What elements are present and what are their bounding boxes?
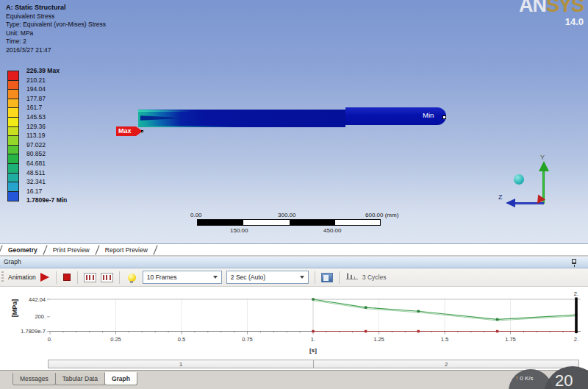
min-probe-marker	[442, 115, 446, 119]
graph-pane-header[interactable]: Graph	[0, 257, 588, 268]
update-contours-bulb-icon[interactable]	[128, 274, 136, 282]
ansys-logo: ANSYS 14.0	[519, 0, 584, 27]
ruler-label-150: 150.00	[230, 227, 248, 234]
auto-hide-pin-icon[interactable]	[572, 259, 576, 264]
y-axis-arrow-icon[interactable]	[539, 161, 549, 171]
legend-color-segment	[8, 192, 18, 201]
legend-value-label: 97.022	[26, 141, 46, 149]
max-annotation-flag: Max	[116, 126, 143, 136]
x-axis-title: [s]	[50, 347, 576, 354]
ansys-version: 14.0	[519, 17, 584, 27]
max-probe-marker	[141, 130, 143, 132]
legend-value-label: 226.39 Max	[26, 67, 60, 74]
result-unit: Unit: MPa	[6, 29, 106, 38]
ruler-segment	[243, 220, 289, 225]
result-type: Type: Equivalent (von-Mises) Stress	[6, 21, 106, 29]
tab-report-preview[interactable]: Report Preview	[98, 246, 155, 254]
model-viewport[interactable]: A: Static Structural Equivalent Stress T…	[0, 0, 588, 243]
ruler-label-300: 300.00	[278, 212, 295, 218]
legend-color-segment	[8, 71, 18, 81]
chevron-down-icon[interactable]	[213, 276, 218, 279]
ruler-label-450: 450.00	[323, 227, 341, 234]
ansys-logo-sys: SYS	[546, 0, 584, 16]
result-time: Time: 2	[6, 38, 106, 46]
legend-color-segment	[8, 118, 18, 127]
stop-animation-button[interactable]	[63, 274, 71, 281]
duration-dropdown[interactable]: 2 Sec (Auto)	[226, 271, 309, 284]
legend-color-segment	[8, 81, 18, 90]
load-step-cell[interactable]: 2	[313, 360, 579, 368]
legend-color-segment	[8, 136, 18, 146]
z-axis-label: Z	[498, 193, 503, 201]
toolbar-separator	[77, 271, 78, 284]
view-tab-bar: Geometry Print Preview Report Preview	[0, 243, 588, 256]
export-video-icon[interactable]	[321, 273, 333, 282]
legend-value-label: 48.511	[26, 169, 45, 176]
legend-value-label: 32.341	[26, 178, 46, 185]
ruler-label-600: 600.00 (mm)	[365, 212, 398, 218]
orientation-triad[interactable]: Y Z	[500, 158, 584, 217]
beam-geometry-stressed-end[interactable]	[138, 110, 345, 127]
upload-arrow-icon: ↑	[515, 375, 518, 382]
toolbar-separator	[119, 271, 120, 284]
legend-color-segment	[8, 90, 18, 99]
legend-value-label: 194.04	[26, 85, 46, 93]
toolbar-separator	[315, 271, 315, 284]
legend-value-label: 210.21	[26, 76, 46, 84]
ruler-segment	[335, 220, 380, 225]
beam-stress-streak	[138, 126, 235, 127]
legend-color-segment	[8, 108, 18, 118]
legend-value-label: 161.7	[26, 104, 42, 111]
legend-color-segment	[8, 146, 18, 155]
legend-color-segment	[8, 174, 18, 183]
duration-dropdown-value: 2 Sec (Auto)	[231, 274, 265, 281]
analysis-title: A: Static Structural	[6, 4, 106, 13]
y-axis-title: [MPa]	[11, 288, 18, 329]
legend-value-label: 1.7809e-7 Min	[26, 196, 67, 204]
legend-color-segment	[8, 182, 18, 192]
tab-tabular-data[interactable]: Tabular Data	[55, 373, 105, 385]
frames-dropdown-value: 10 Frames	[147, 274, 177, 281]
frames-dropdown[interactable]: 10 Frames	[143, 271, 222, 284]
bottom-tab-bar: Messages Tabular Data Graph	[0, 370, 588, 389]
distributed-frames-icon[interactable]	[84, 273, 96, 282]
legend-value-label: 16.17	[26, 188, 42, 195]
legend-value-label: 80.852	[26, 150, 46, 157]
toolbar-grip-handle[interactable]	[1, 271, 4, 283]
ruler-segment	[198, 220, 243, 225]
tab-graph[interactable]: Graph	[104, 372, 137, 385]
legend-color-segment	[8, 127, 18, 137]
toolbar-separator	[56, 271, 57, 284]
ansys-mechanical-window: A: Static Structural Equivalent Stress T…	[0, 0, 588, 389]
result-name: Equivalent Stress	[6, 13, 106, 21]
graph-pane-title: Graph	[4, 258, 21, 265]
tab-print-preview[interactable]: Print Preview	[46, 246, 97, 254]
isometric-view-sphere[interactable]	[514, 174, 524, 185]
overlay-count-value: 20	[555, 371, 573, 389]
cycles-label: 3 Cycles	[362, 274, 387, 281]
load-step-bar: 12	[49, 360, 581, 368]
toolbar-separator	[339, 271, 340, 284]
animation-label: Animation	[8, 274, 36, 281]
tab-messages[interactable]: Messages	[12, 373, 56, 385]
legend-value-label: 129.36	[26, 123, 46, 130]
legend-value-label: 64.681	[26, 160, 46, 167]
legend-value-label: 113.19	[26, 132, 45, 139]
result-info-block: A: Static Structural Equivalent Stress T…	[6, 4, 106, 54]
y-axis-label: Y	[540, 154, 545, 161]
legend-color-segment	[8, 154, 18, 164]
cycles-slider-icon[interactable]	[346, 273, 358, 282]
upload-speed-value: 0 K/s	[520, 375, 533, 382]
chevron-down-icon[interactable]	[300, 276, 304, 279]
z-axis-arrow-icon[interactable]	[506, 199, 515, 207]
play-animation-button[interactable]	[40, 273, 49, 282]
load-step-cell[interactable]: 1	[48, 360, 314, 368]
legend-value-label: 145.53	[26, 113, 46, 121]
legend-value-label: 177.87	[26, 95, 46, 102]
legend-color-segment	[8, 99, 18, 109]
undistributed-frames-icon[interactable]	[101, 273, 113, 282]
ansys-logo-an: AN	[519, 0, 546, 16]
ruler-label-0: 0.00	[190, 212, 202, 218]
result-date: 2016/3/27 21:47	[6, 46, 106, 55]
tab-geometry[interactable]: Geometry	[1, 246, 45, 254]
